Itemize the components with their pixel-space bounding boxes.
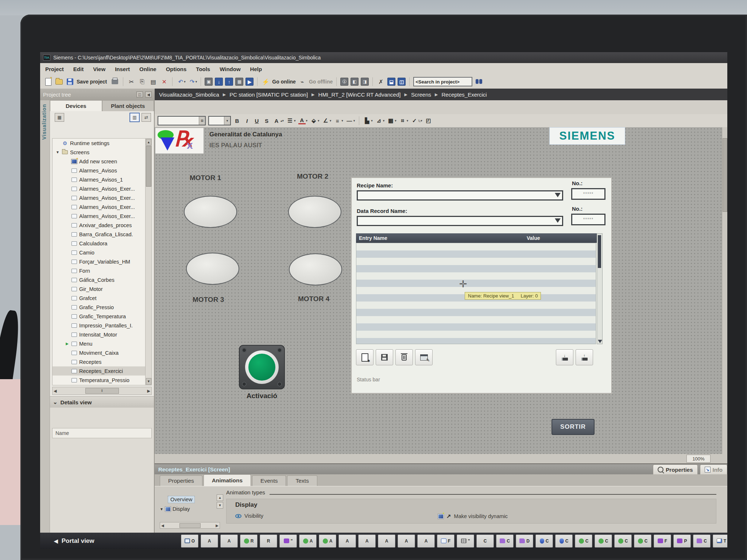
border-color-icon[interactable]: ∠▾ [322,117,332,124]
undo-button[interactable]: ↶▾ [176,77,186,86]
search-binoculars-icon[interactable] [475,77,483,86]
menu-item-project[interactable]: Project [45,66,64,72]
taskbar-editor-button[interactable]: " [457,534,474,548]
tree-item-grafcet[interactable]: Grafcet [53,293,151,303]
inspector-tab-events[interactable]: Events [252,475,286,486]
tree-hscrollbar[interactable]: ◀ ‖ ▶ [52,387,152,395]
italic-icon[interactable]: I [243,118,251,124]
taskbar-editor-button[interactable]: A [220,534,238,548]
download-to-device-icon[interactable]: ↓ [215,78,223,86]
taskbar-editor-button[interactable]: A [319,534,336,548]
scroll-left-icon[interactable]: ◀ [161,524,164,528]
menu-item-insert[interactable]: Insert [115,66,130,72]
redo-button[interactable]: ↷▾ [188,77,197,86]
tree-item-overview[interactable]: Overview [168,496,195,503]
details-view-header[interactable]: ⌄ Details view [50,396,154,408]
properties-button[interactable]: Properties [653,464,697,474]
tree-item-alarmes-avisos-exer[interactable]: Alarmes_Avisos_Exer... [53,184,151,193]
scroll-left-icon[interactable]: ◀ [54,389,57,393]
tree-item-receptes-exercici[interactable]: Receptes_Exercici [53,366,151,376]
recipe-view[interactable]: Recipe Name: No.: ***** Data Record Name… [351,178,612,393]
tree-item-for-ar-variables-hm[interactable]: Forçar_Variables_HM [53,257,151,266]
tree-item-g-fica-corbes[interactable]: Gáfica_Corbes [53,275,151,284]
taskbar-editor-button[interactable]: O [181,534,198,548]
taskbar-editor-button[interactable]: A [378,534,395,548]
menu-item-view[interactable]: View [93,66,105,72]
tree-scrollbar[interactable]: ▲ ▼ [145,139,151,385]
new-record-button[interactable] [356,349,374,365]
rotate-icon[interactable]: ⊿▾ [375,117,385,124]
window-split-icon[interactable]: ◧ [351,78,359,86]
tree-item-gir-motor[interactable]: Gir_Motor [53,284,151,293]
copy-icon[interactable]: ⎘ [138,77,147,86]
tree-item-calculadora[interactable]: Calculadora [53,239,151,248]
upload-record-button[interactable]: ↑ [576,349,593,365]
new-project-icon[interactable] [44,77,53,86]
font-family-combo[interactable]: ⊞ [158,116,206,125]
motor4-indicator[interactable] [289,253,342,285]
zoom-tool-icon[interactable]: ◰ [425,117,432,124]
taskbar-editor-button[interactable]: A [299,534,317,548]
tag-connection-icon[interactable]: ✓t₂▾ [411,117,422,124]
line-style-icon[interactable]: ≡▾ [334,118,343,124]
inspector-tab-texts[interactable]: Texts [287,475,317,486]
breadcrumb-item[interactable]: Screens [411,92,431,98]
strikethrough-icon[interactable]: S [263,118,270,124]
tree-item-barra-grafica-lliscad[interactable]: Barra_Grafica_Lliscad. [53,230,151,239]
taskbar-editor-button[interactable]: A [338,534,356,548]
taskbar-editor-button[interactable]: C [614,534,632,548]
tree-item-grafic-temperatura[interactable]: Grafic_Temperatura [53,312,151,321]
visualization-side-tab[interactable]: Visualization [41,104,47,140]
taskbar-editor-button[interactable]: R [260,534,277,548]
activation-pushbutton[interactable] [239,345,285,389]
tree-item-runtime-settings[interactable]: ⚙Runtime settings [53,139,151,148]
edit-table-button[interactable] [415,349,433,365]
tree-item-menu[interactable]: ▶Menu [53,339,151,348]
go-offline-icon[interactable]: ⌁ [298,77,307,86]
record-no-field[interactable]: ***** [571,214,605,225]
font-size-combo[interactable]: ▾ [208,116,231,125]
download-record-button[interactable]: ↓ [556,349,573,365]
taskbar-editor-button[interactable]: C [693,534,711,548]
go-online-icon[interactable]: ⚡ [261,77,270,86]
font-color-icon[interactable]: A▾ [298,117,308,124]
save-record-button[interactable] [376,349,393,365]
tree-item-display[interactable]: ▼ Display [160,506,214,512]
group-icon[interactable]: ▦▾ [387,117,396,124]
cross-reference-icon[interactable]: ✗ [376,77,385,86]
layer-icon[interactable]: ▙▾ [363,117,373,124]
view-mode-icon[interactable]: ▥ [129,113,140,122]
canvas-vscrollbar[interactable] [722,127,727,454]
taskbar-editor-button[interactable]: C [634,534,651,548]
tree-item-alarmes-avisos-1[interactable]: Alarmes_Avisos_1 [53,175,151,184]
tree-caret-icon[interactable]: ▼ [55,150,60,154]
tab-devices[interactable]: Devices [50,100,102,111]
tree-item-alarmes-avisos-exer[interactable]: Alarmes_Avisos_Exer... [53,202,151,211]
inspector-tab-animations[interactable]: Animations [204,474,251,486]
tree-item-intensitat-motor[interactable]: Intensitat_Motor [53,330,151,339]
zoom-level[interactable]: 100% [686,455,711,463]
taskbar-editor-button[interactable]: D [516,534,533,548]
tree-item-forn[interactable]: Forn [53,266,151,275]
info-button[interactable]: ↘Info [700,464,728,474]
align-icon[interactable]: ☰▾ [286,117,296,124]
taskbar-editor-button[interactable]: F [654,534,671,548]
background-color-icon[interactable]: ⬙▾ [310,117,320,124]
motor3-indicator[interactable] [186,253,239,285]
taskbar-editor-button[interactable]: C [555,534,573,548]
tree-item-moviment-caixa[interactable]: Moviment_Caixa [53,348,151,357]
save-project-icon[interactable] [66,77,74,86]
menu-item-options[interactable]: Options [166,66,187,72]
scroll-thumb[interactable] [598,235,601,268]
go-offline-button[interactable]: Go offline [309,79,333,85]
breadcrumb-item[interactable]: PC station [SIMATIC PC station] [229,92,308,98]
animation-tree-vscroll[interactable]: ▲ ▼ [217,494,223,516]
save-project-button[interactable]: Save project [77,79,107,85]
tree-item-temperatura-pressio[interactable]: Temperatura_Pressio [53,376,151,385]
tree-item-add-new-screen[interactable]: Add new screen [53,157,151,166]
recipe-name-combo[interactable] [357,190,563,201]
scroll-down-icon[interactable] [598,340,602,343]
data-record-combo[interactable] [357,216,563,226]
underline-icon[interactable]: U [253,118,260,124]
menu-item-tools[interactable]: Tools [196,66,210,72]
